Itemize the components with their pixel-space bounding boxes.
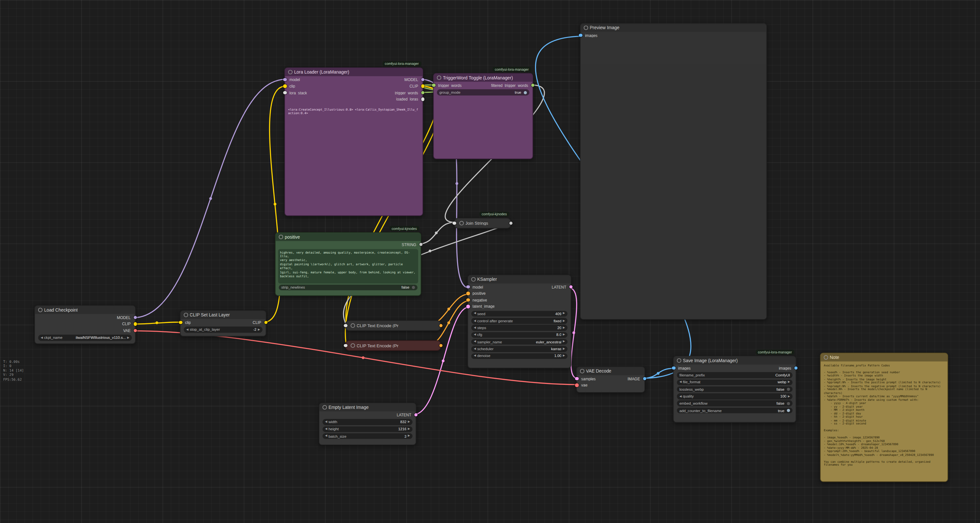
node-graph-canvas[interactable]: T: 0.00s I: 0 N: 14 [14] V: 29 FPS:56.62… — [0, 0, 980, 523]
widget-ckpt-name[interactable]: ◀ ckpt_name ilwaiNSFWIllustrious_v110.s.… — [38, 335, 132, 341]
next-arrow-icon[interactable]: ▶ — [563, 319, 565, 322]
widget-width[interactable]: ◀width832▶ — [323, 419, 412, 425]
widget-file-format[interactable]: ◀file_formatwebp▶ — [677, 379, 792, 385]
input-socket-samples[interactable] — [575, 377, 579, 380]
node-header[interactable]: positive — [275, 233, 421, 241]
output-socket-clip[interactable] — [134, 322, 137, 326]
input-socket-images[interactable] — [579, 33, 582, 37]
note-text[interactable]: Available filename_prefix Pattern Codes … — [821, 361, 948, 478]
next-arrow-icon[interactable]: ▶ — [788, 395, 790, 398]
prev-arrow-icon[interactable]: ◀ — [325, 420, 327, 423]
widget-steps[interactable]: ◀steps20▶ — [471, 325, 568, 331]
collapse-icon[interactable] — [288, 70, 293, 74]
output-socket-latent[interactable] — [569, 285, 573, 288]
widget-embed-workflow[interactable]: embed_workflowfalse — [677, 401, 792, 406]
widget-height[interactable]: ◀height1216▶ — [323, 426, 412, 432]
next-arrow-icon[interactable]: ▶ — [563, 355, 565, 358]
output-socket-clip[interactable] — [421, 84, 425, 88]
collapsed-output-socket[interactable] — [509, 222, 512, 225]
prev-arrow-icon[interactable]: ◀ — [474, 341, 476, 343]
node-header[interactable]: CLIP Set Last Layer — [180, 311, 266, 319]
collapse-icon[interactable] — [351, 343, 355, 347]
toggle-knob[interactable] — [412, 286, 415, 289]
output-socket-images[interactable] — [794, 366, 797, 369]
widget-control-after-generate[interactable]: ◀control after generatefixed▶ — [471, 318, 568, 323]
output-socket-filtered-trigger-words[interactable] — [531, 83, 535, 87]
node-clip-set-last-layer[interactable]: CLIP Set Last Layer clip CLIP ◀ stop_at_… — [180, 310, 267, 336]
input-socket-model[interactable] — [283, 78, 286, 81]
node-empty-latent-image[interactable]: Empty Latent Image LATENT ◀width832▶ ◀he… — [319, 403, 416, 445]
prev-arrow-icon[interactable]: ◀ — [474, 312, 476, 315]
widget-cfg[interactable]: ◀cfg8.0▶ — [471, 332, 568, 338]
node-header[interactable]: Preview Image — [581, 24, 767, 32]
node-clip-text-encode-positive[interactable]: CLIP Text Encode (Pr — [345, 320, 441, 331]
toggle-knob[interactable] — [787, 409, 790, 412]
node-triggerword-toggle[interactable]: comfyui-lora-manager TriggerWord Toggle … — [433, 73, 533, 159]
input-socket-clip[interactable] — [179, 321, 183, 324]
collapsed-input-socket[interactable] — [452, 222, 456, 225]
prev-arrow-icon[interactable]: ◀ — [679, 395, 682, 398]
lora-syntax-text[interactable]: <lora:CreateConcept_Illustrious:0.8> <lo… — [288, 108, 419, 116]
input-socket-negative[interactable] — [466, 298, 470, 301]
collapse-icon[interactable] — [824, 355, 828, 360]
widget-group-mode[interactable]: group_mode true — [437, 89, 530, 95]
next-arrow-icon[interactable]: ▶ — [258, 328, 260, 331]
widget-quality[interactable]: ◀quality100▶ — [677, 393, 792, 399]
widget-sampler-name[interactable]: ◀sampler_nameeuler_ancestral▶ — [471, 339, 568, 345]
collapsed-input-socket[interactable] — [344, 344, 347, 347]
prev-arrow-icon[interactable]: ◀ — [325, 428, 327, 431]
prev-arrow-icon[interactable]: ◀ — [474, 347, 476, 350]
prev-arrow-icon[interactable]: ◀ — [186, 328, 189, 331]
node-preview-image[interactable]: Preview Image images — [580, 23, 767, 320]
prev-arrow-icon[interactable]: ◀ — [325, 435, 327, 438]
node-clip-text-encode-negative[interactable]: CLIP Text Encode (Pr — [345, 340, 441, 351]
next-arrow-icon[interactable]: ▶ — [563, 312, 565, 315]
collapse-icon[interactable] — [323, 405, 327, 409]
next-arrow-icon[interactable]: ▶ — [563, 347, 565, 350]
widget-strip-newlines[interactable]: strip_newlines false — [279, 284, 417, 290]
widget-batch-size[interactable]: ◀batch_size3▶ — [323, 433, 412, 439]
toggle-knob[interactable] — [787, 388, 790, 391]
input-socket-lora-stack[interactable] — [283, 91, 286, 94]
output-socket-loaded-loras[interactable] — [421, 97, 425, 101]
toggle-knob[interactable] — [523, 91, 527, 94]
input-socket-model[interactable] — [466, 285, 470, 288]
collapsed-output-socket[interactable] — [439, 344, 443, 347]
next-arrow-icon[interactable]: ▶ — [127, 336, 129, 339]
node-header[interactable]: Empty Latent Image — [320, 403, 416, 412]
prev-arrow-icon[interactable]: ◀ — [474, 333, 476, 336]
collapse-icon[interactable] — [677, 358, 681, 363]
node-header[interactable]: Save Image (LoraManager) — [674, 357, 795, 365]
output-socket-model[interactable] — [134, 315, 137, 319]
node-positive-prompt[interactable]: comfyui-kjnodes positive STRING highres,… — [275, 232, 422, 296]
input-socket-clip[interactable] — [283, 84, 286, 88]
input-socket-images[interactable] — [672, 366, 676, 369]
node-join-strings[interactable]: comfyui-kjnodes Join Strings — [454, 218, 511, 228]
widget-denoise[interactable]: ◀denoise1.00▶ — [471, 353, 568, 359]
widget-add-counter-to-filename[interactable]: add_counter_to_filenametrue — [677, 407, 792, 414]
node-load-checkpoint[interactable]: Load Checkpoint MODEL CLIP VAE ◀ ckpt_na… — [34, 306, 136, 344]
collapse-icon[interactable] — [279, 235, 283, 239]
collapsed-output-socket[interactable] — [439, 323, 443, 327]
node-header[interactable]: KSampler — [468, 275, 571, 284]
node-header[interactable]: Load Checkpoint — [35, 306, 135, 314]
collapse-icon[interactable] — [584, 25, 588, 30]
widget-scheduler[interactable]: ◀schedulerkarras▶ — [471, 346, 568, 352]
node-header[interactable]: Note — [821, 353, 948, 361]
node-header[interactable]: Lora Loader (LoraManager) — [285, 68, 423, 76]
output-socket-latent[interactable] — [414, 413, 418, 417]
input-socket-trigger-words[interactable] — [432, 83, 435, 87]
widget-seed[interactable]: ◀seed409▶ — [471, 311, 568, 317]
node-ksampler[interactable]: KSampler model LATENT positive negative … — [468, 275, 571, 368]
collapse-icon[interactable] — [38, 308, 42, 312]
node-lora-loader[interactable]: comfyui-lora-manager Lora Loader (LoraMa… — [284, 67, 423, 216]
next-arrow-icon[interactable]: ▶ — [408, 420, 410, 423]
next-arrow-icon[interactable]: ▶ — [408, 428, 410, 431]
node-save-image[interactable]: comfyui-lora-manager Save Image (LoraMan… — [673, 356, 796, 423]
prev-arrow-icon[interactable]: ◀ — [474, 355, 476, 358]
output-socket-model[interactable] — [421, 78, 425, 81]
node-header[interactable]: VAE Decode — [577, 367, 644, 375]
node-header[interactable]: TriggerWord Toggle (LoraManager) — [434, 74, 532, 82]
next-arrow-icon[interactable]: ▶ — [563, 341, 565, 343]
prev-arrow-icon[interactable]: ◀ — [679, 381, 682, 384]
